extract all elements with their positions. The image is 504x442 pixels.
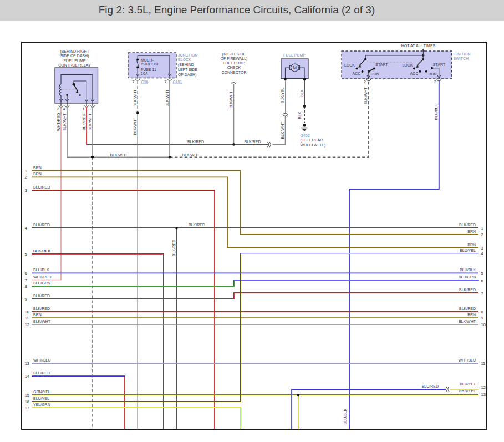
svg-text:13: 13 [25, 361, 29, 366]
svg-text:2: 2 [434, 79, 436, 84]
svg-text:BLU/YEL: BLU/YEL [460, 382, 476, 386]
svg-text:YEL/GRN: YEL/GRN [33, 403, 50, 407]
svg-text:3: 3 [89, 107, 91, 111]
svg-text:BLK/WHT: BLK/WHT [281, 121, 284, 139]
svg-text:BLU/YEL: BLU/YEL [33, 397, 49, 400]
svg-text:BLK/RED: BLK/RED [187, 140, 204, 144]
svg-text:ACC: ACC [353, 72, 361, 75]
svg-text:4: 4 [63, 107, 65, 111]
svg-text:BLK/WHT: BLK/WHT [182, 153, 200, 157]
svg-text:BLOCK: BLOCK [178, 58, 191, 62]
svg-text:5: 5 [25, 252, 27, 257]
svg-text:(RIGHT SIDE: (RIGHT SIDE [222, 52, 246, 57]
svg-text:RUN: RUN [371, 72, 379, 76]
svg-text:BLK/WHT: BLK/WHT [63, 113, 67, 131]
svg-text:WHT/BLU: WHT/BLU [33, 358, 51, 362]
svg-text:13: 13 [481, 392, 486, 397]
svg-text:7: 7 [164, 79, 166, 84]
svg-text:11: 11 [481, 361, 486, 366]
svg-text:LOCK: LOCK [402, 63, 413, 67]
svg-text:PURPOSE: PURPOSE [141, 62, 160, 66]
svg-text:START: START [375, 63, 388, 67]
svg-text:6: 6 [481, 278, 483, 283]
svg-text:BLU/BLK: BLU/BLK [33, 268, 49, 272]
svg-text:OF FIREWALL): OF FIREWALL) [221, 57, 248, 61]
svg-text:7: 7 [132, 79, 134, 84]
svg-text:BLU/GRN: BLU/GRN [33, 281, 50, 285]
svg-text:8: 8 [481, 309, 483, 314]
svg-text:LOCK: LOCK [344, 63, 355, 67]
svg-text:10: 10 [25, 309, 29, 314]
svg-text:6: 6 [25, 271, 27, 276]
svg-text:FUEL PUMP: FUEL PUMP [283, 53, 306, 57]
svg-text:SWITCH: SWITCH [454, 57, 469, 60]
svg-text:BLK/WHT: BLK/WHT [229, 91, 233, 109]
svg-text:BLU/RED: BLU/RED [33, 185, 50, 189]
svg-text:1: 1 [25, 169, 27, 174]
svg-text:BRN: BRN [467, 313, 476, 317]
svg-text:9: 9 [481, 316, 483, 321]
svg-text:START: START [433, 63, 446, 67]
svg-text:HOT AT ALL TIMES: HOT AT ALL TIMES [401, 44, 436, 48]
svg-text:12: 12 [25, 322, 29, 327]
svg-text:BLK/RED: BLK/RED [82, 114, 86, 130]
svg-text:1: 1 [83, 107, 85, 111]
svg-text:(BEHIND RIGHT: (BEHIND RIGHT [60, 49, 89, 54]
svg-text:BLK/WHT: BLK/WHT [110, 153, 128, 157]
svg-text:BRN: BRN [33, 166, 42, 170]
svg-text:7: 7 [25, 278, 27, 283]
svg-text:C96: C96 [141, 80, 149, 84]
svg-text:10: 10 [481, 322, 486, 327]
svg-text:BLK/RED: BLK/RED [189, 223, 205, 227]
svg-text:2: 2 [364, 79, 366, 84]
svg-text:16: 16 [25, 399, 29, 404]
svg-text:LEFT SIDE: LEFT SIDE [178, 68, 198, 72]
svg-text:BLU/RED: BLU/RED [33, 371, 50, 375]
svg-text:WHT/RED: WHT/RED [57, 113, 60, 131]
svg-text:BLU/BLK: BLU/BLK [343, 408, 347, 424]
svg-text:WHT/BLU: WHT/BLU [459, 358, 476, 362]
svg-text:BLU/GRN: BLU/GRN [459, 275, 476, 279]
svg-text:FUEL PUMP: FUEL PUMP [223, 61, 245, 65]
svg-text:15: 15 [25, 393, 29, 398]
svg-text:17: 17 [25, 405, 29, 410]
svg-text:11: 11 [25, 316, 29, 321]
svg-text:BLK/WHT: BLK/WHT [459, 319, 476, 323]
svg-text:BLK/WHT: BLK/WHT [33, 319, 51, 323]
svg-text:RUN: RUN [428, 72, 436, 76]
svg-text:5: 5 [481, 271, 483, 276]
svg-text:BLU/YEL: BLU/YEL [460, 248, 476, 252]
svg-text:(BEHIND: (BEHIND [178, 63, 194, 67]
svg-text:CHECK: CHECK [227, 65, 241, 69]
svg-text:BRN: BRN [33, 313, 42, 317]
svg-text:BLK/WHT: BLK/WHT [88, 113, 92, 131]
svg-text:8: 8 [25, 284, 27, 289]
svg-text:SIDE OF DASH): SIDE OF DASH) [60, 54, 89, 58]
svg-text:G402: G402 [301, 134, 310, 138]
svg-text:2: 2 [57, 107, 59, 111]
svg-text:MULTI-: MULTI- [141, 58, 154, 62]
svg-text:BLK: BLK [300, 89, 304, 97]
svg-text:BLK/RED: BLK/RED [459, 307, 476, 311]
svg-text:BLK/RED: BLK/RED [33, 249, 50, 253]
svg-text:WHT/RED: WHT/RED [33, 275, 52, 279]
svg-text:BLK/RED: BLK/RED [33, 294, 50, 298]
svg-text:BLU/RED: BLU/RED [422, 384, 439, 388]
svg-text:BRN: BRN [33, 172, 42, 176]
svg-text:BLK/RED: BLK/RED [459, 223, 476, 227]
svg-text:BLK/RED: BLK/RED [33, 223, 50, 227]
svg-text:2: 2 [25, 175, 27, 180]
svg-text:BRN: BRN [467, 243, 476, 247]
svg-text:9: 9 [25, 297, 27, 302]
svg-text:BLK/WHT: BLK/WHT [133, 89, 137, 107]
svg-text:BLU/BLK: BLU/BLK [460, 268, 476, 272]
svg-text:(LEFT REAR: (LEFT REAR [301, 138, 323, 143]
svg-text:BLK: BLK [298, 111, 302, 119]
svg-text:BLK/RED: BLK/RED [172, 240, 176, 256]
svg-text:12: 12 [481, 385, 486, 390]
svg-text:FUEL PUMP: FUEL PUMP [64, 59, 86, 63]
svg-text:FUSE 11: FUSE 11 [141, 68, 156, 72]
svg-text:BRN: BRN [467, 230, 476, 233]
svg-text:OF DASH): OF DASH) [178, 73, 196, 77]
svg-text:BLU/BLK: BLU/BLK [434, 104, 438, 120]
